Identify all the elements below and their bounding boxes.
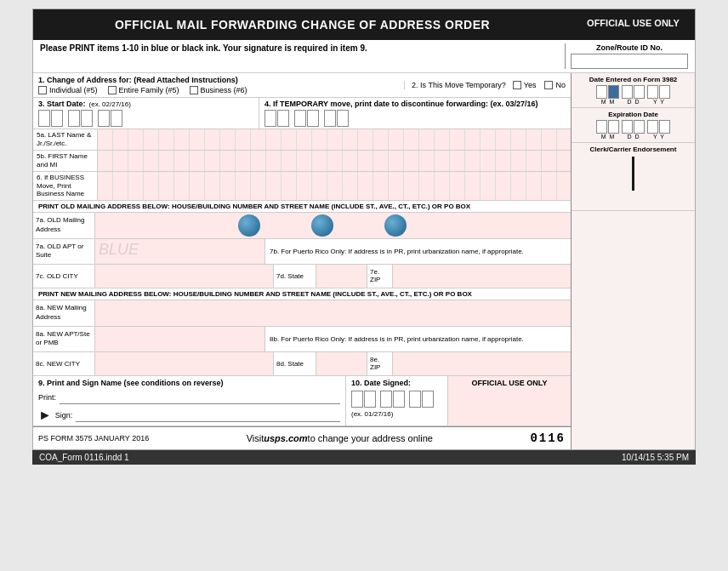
start-date-m1[interactable] <box>38 110 50 127</box>
old-city-state-row: 7c. OLD CITY 7d. State 7e. ZIP <box>33 265 571 288</box>
exp-m-label: M M <box>601 134 615 140</box>
business-checkbox-item[interactable]: Business (#6) <box>190 86 247 94</box>
old-zip-input[interactable] <box>392 265 571 288</box>
exp-d2-box[interactable] <box>634 120 645 134</box>
new-mailing-label: 8a. NEW Mailing Address <box>33 300 94 326</box>
old-state-label: 7d. State <box>273 265 316 288</box>
exp-date-box: Expiration Date M M <box>572 108 695 143</box>
bottom-bar: COA_Form 0116.indd 1 10/14/15 5:35 PM <box>32 450 696 465</box>
form-main: 1. Change of Address for: (Read Attached… <box>33 73 572 449</box>
exp-m1-box[interactable] <box>596 120 607 134</box>
individual-checkbox-item[interactable]: Individual (#5) <box>38 86 98 94</box>
start-date-d2[interactable] <box>81 110 93 127</box>
official-use-header: OFFICIAL USE ONLY <box>572 9 695 40</box>
date-d2-box[interactable] <box>634 85 645 99</box>
date-m-group: M M <box>596 85 619 105</box>
date-y2-box[interactable] <box>659 85 670 99</box>
new-state-label: 8d. State <box>273 352 316 375</box>
exp-d-label: D D <box>628 134 640 140</box>
field3-hint: (ex. 02/27/16) <box>89 100 131 108</box>
start-date-y2[interactable] <box>111 110 122 127</box>
is-move-section: 2. Is This Move Temporary? Yes No <box>404 81 566 89</box>
start-date-y1[interactable] <box>98 110 110 127</box>
old-city-input[interactable] <box>94 265 273 288</box>
individual-checkbox[interactable] <box>38 86 47 94</box>
first-name-input[interactable] <box>97 151 571 171</box>
business-name-input[interactable] <box>97 172 571 200</box>
temp-date-m2[interactable] <box>277 110 289 127</box>
yes-no-group: Yes No <box>513 81 566 89</box>
exp-y2-box[interactable] <box>659 120 670 134</box>
new-city-input[interactable] <box>94 352 273 375</box>
exp-y1-box[interactable] <box>647 120 658 134</box>
new-zip-input[interactable] <box>392 352 571 375</box>
field10-label: 10. Date Signed: <box>351 379 442 387</box>
date-m1-box[interactable] <box>596 85 607 99</box>
date-d1-box[interactable] <box>622 85 633 99</box>
old-apt-row: 7a. OLD APT or Suite BLUE 7b. For Puerto… <box>33 239 571 265</box>
last-name-input[interactable] <box>97 129 571 150</box>
new-mailing-input[interactable] <box>94 300 571 326</box>
is-move-label: 2. Is This Move Temporary? <box>412 81 506 89</box>
start-date-cell: 3. Start Date: (ex. 02/27/16) <box>33 98 259 128</box>
signed-d1[interactable] <box>380 391 392 408</box>
old-city-label: 7c. OLD CITY <box>33 265 94 288</box>
entire-family-checkbox-item[interactable]: Entire Family (#5) <box>108 86 179 94</box>
form-header: OFFICIAL MAIL FORWARDING CHANGE OF ADDRE… <box>33 9 695 40</box>
date-signed-boxes <box>351 391 442 408</box>
form-right: Date Entered on Form 3982 M M <box>572 73 695 449</box>
date-y1-box[interactable] <box>647 85 658 99</box>
signed-m1[interactable] <box>351 391 363 408</box>
old-mailing-input[interactable] <box>94 213 571 238</box>
date-y-boxes <box>647 85 670 99</box>
first-name-label: 5b. FIRST Name and MI <box>33 151 97 171</box>
old-apt-input[interactable]: BLUE <box>94 239 264 264</box>
clerk-endorsement-box: Clerk/Carrier Endorsement <box>572 143 695 211</box>
signed-y1[interactable] <box>409 391 421 408</box>
temp-date-y2[interactable] <box>337 110 349 127</box>
yes-checkbox[interactable] <box>513 81 521 89</box>
temp-date-y1[interactable] <box>324 110 336 127</box>
no-checkbox[interactable] <box>544 81 553 89</box>
temp-date-d1[interactable] <box>294 110 306 127</box>
old-state-input[interactable] <box>316 265 367 288</box>
exp-m2-box[interactable] <box>608 120 619 134</box>
sig-left: 9. Print and Sign Name (see conditions o… <box>33 376 345 425</box>
zone-route-input[interactable] <box>571 54 688 69</box>
entire-family-label: Entire Family (#5) <box>119 86 179 94</box>
new-pr-label: 8b. For Puerto Rico Only: If address is … <box>264 327 571 351</box>
entire-family-checkbox[interactable] <box>108 86 117 94</box>
exp-d1-box[interactable] <box>622 120 633 134</box>
print-input[interactable] <box>60 391 340 404</box>
new-state-input[interactable] <box>316 352 367 375</box>
temp-date-m1[interactable] <box>264 110 276 127</box>
signed-m2[interactable] <box>364 391 376 408</box>
date-label: 10/14/15 5:35 PM <box>622 453 689 462</box>
bubble2 <box>311 214 333 237</box>
no-item[interactable]: No <box>544 81 566 89</box>
yes-label: Yes <box>524 81 537 89</box>
date-m-boxes <box>596 85 619 99</box>
old-address-header: PRINT OLD MAILING ADDRESS BELOW: HOUSE/B… <box>33 201 571 213</box>
old-mailing-label: 7a. OLD Mailing Address <box>33 213 94 238</box>
field1-label: 1. Change of Address for: (Read Attached… <box>38 76 399 84</box>
business-checkbox[interactable] <box>190 86 198 94</box>
yes-item[interactable]: Yes <box>513 81 537 89</box>
date-m2-box[interactable] <box>608 85 619 99</box>
start-date-m2[interactable] <box>51 110 63 127</box>
sign-line-row: ► Sign: <box>38 408 340 423</box>
new-apt-input[interactable] <box>94 327 264 351</box>
date-y-group: Y Y <box>647 85 670 105</box>
sign-label: Sign: <box>55 411 73 420</box>
row-dates: 3. Start Date: (ex. 02/27/16) <box>33 98 571 129</box>
temp-date-d2[interactable] <box>307 110 319 127</box>
signed-d2[interactable] <box>393 391 405 408</box>
official-use-side: Zone/Route ID No. <box>565 43 688 69</box>
old-pr-label: 7b. For Puerto Rico Only: If address is … <box>264 239 571 264</box>
new-apt-row: 8a. NEW APT/Ste or PMB 8b. For Puerto Ri… <box>33 327 571 352</box>
signed-y2[interactable] <box>422 391 434 408</box>
official-use-sig: OFFICIAL USE ONLY <box>447 376 571 425</box>
sign-input[interactable] <box>76 408 340 422</box>
start-date-d1[interactable] <box>68 110 80 127</box>
file-label: COA_Form 0116.indd 1 <box>39 453 129 462</box>
